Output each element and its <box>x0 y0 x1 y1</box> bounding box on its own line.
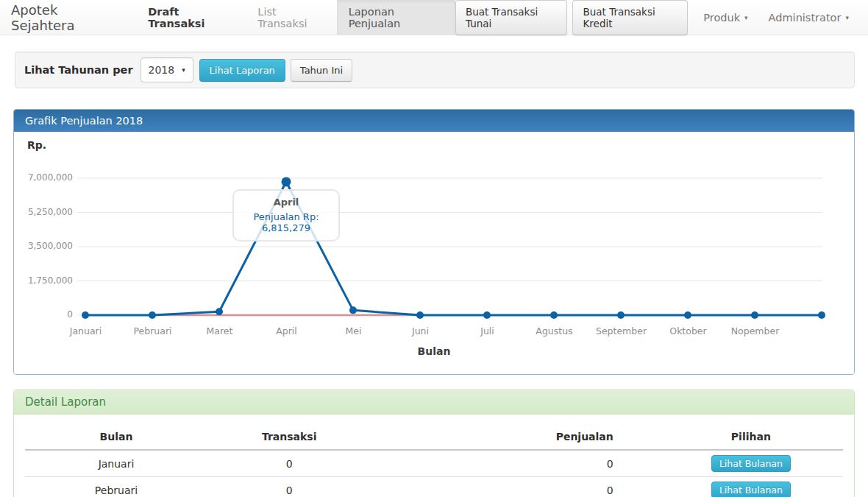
chevron-down-icon: ▾ <box>845 14 849 21</box>
chart-area: Rp. 7,000,000 5,250,000 3,500,000 1,750,… <box>14 132 854 374</box>
buat-transaksi-kredit-button[interactable]: Buat Transaksi Kredit <box>572 0 688 35</box>
monthly-report-table: Bulan Transaksi Penjualan Pilihan Januar… <box>25 424 843 497</box>
cell-transaksi: 0 <box>207 450 371 477</box>
column-header-transaksi: Transaksi <box>207 424 371 450</box>
nav-item-laporan-penjualan[interactable]: Laponan Penjualan <box>337 0 455 35</box>
column-header-bulan: Bulan <box>25 424 207 450</box>
lihat-bulanan-button[interactable]: Lihat Bulanan <box>711 482 791 497</box>
table-row: Pebruari 0 0 Lihat Bulanan <box>25 477 843 497</box>
lihat-bulanan-button[interactable]: Lihat Bulanan <box>711 455 791 472</box>
x-tick: Agustus <box>521 325 588 336</box>
y-tick: 5,250,000 <box>14 207 73 217</box>
administrator-dropdown-label: Administrator <box>769 12 842 24</box>
table-header-row: Bulan Transaksi Penjualan Pilihan <box>25 424 843 450</box>
cell-bulan: Januari <box>25 450 207 477</box>
table-row: Januari 0 0 Lihat Bulanan <box>25 450 843 477</box>
y-axis-label: Rp. <box>27 139 46 151</box>
chart-tooltip: April Penjualan Rp: 6,815,279 <box>232 189 340 242</box>
select-caret-icon: ▾ <box>182 66 185 74</box>
year-select[interactable]: 2018 ▾ <box>140 57 193 82</box>
column-header-pilihan: Pilihan <box>659 424 843 450</box>
tahun-ini-button[interactable]: Tahun Ini <box>291 59 352 82</box>
x-tick: September <box>588 325 655 336</box>
navbar-right: Buat Transaksi Tunai Buat Transaksi Kred… <box>455 0 868 35</box>
y-tick: 1,750,000 <box>14 275 73 286</box>
detail-panel-body: Bulan Transaksi Penjualan Pilihan Januar… <box>14 415 854 497</box>
year-filter-bar: Lihat Tahunan per 2018 ▾ Lihat Laporan T… <box>15 52 855 88</box>
nav-item-list-transaksi[interactable]: List Transaksi <box>246 0 336 35</box>
chevron-down-icon: ▾ <box>744 14 748 21</box>
tooltip-value: Penjualan Rp: 6,815,279 <box>237 211 335 233</box>
nav-tabs: Draft Transaksi List Transaksi Laponan P… <box>136 0 455 35</box>
x-tick: Oktober <box>655 325 722 336</box>
cell-transaksi: 0 <box>207 477 371 497</box>
x-tick: Juni <box>387 325 454 336</box>
x-tick: Maret <box>186 325 253 336</box>
filter-label: Lihat Tahunan per <box>24 64 133 76</box>
x-tick: Juli <box>454 325 521 336</box>
chart-panel-title: Grafik Penjualan 2018 <box>14 110 854 132</box>
administrator-dropdown[interactable]: Administrator ▾ <box>758 12 859 24</box>
column-header-penjualan: Penjualan <box>371 424 658 450</box>
cell-penjualan: 0 <box>371 450 658 477</box>
x-tick: April <box>253 325 320 336</box>
nav-item-draft-transaksi[interactable]: Draft Transaksi <box>136 0 246 35</box>
x-tick: Pebruari <box>119 325 186 336</box>
x-tick: Januari <box>52 325 119 336</box>
sales-chart-panel: Grafik Penjualan 2018 Rp. 7,000,000 5,25… <box>13 109 855 375</box>
cell-penjualan: 0 <box>371 477 658 497</box>
y-tick: 3,500,000 <box>14 241 73 251</box>
year-select-value: 2018 <box>149 64 175 76</box>
tooltip-month: April <box>237 197 335 208</box>
y-tick: 7,000,000 <box>14 172 73 183</box>
y-tick: 0 <box>14 309 73 320</box>
x-tick: Nopember <box>722 325 789 336</box>
x-tick: Mei <box>320 325 387 336</box>
x-axis-ticks: Januari Pebruari Maret April Mei Juni Ju… <box>52 325 789 336</box>
produk-dropdown[interactable]: Produk ▾ <box>693 12 758 24</box>
cell-bulan: Pebruari <box>25 477 207 497</box>
navbar: Apotek Sejahtera Draft Transaksi List Tr… <box>0 0 868 35</box>
detail-panel-title: Detail Laporan <box>14 390 854 415</box>
app-brand[interactable]: Apotek Sejahtera <box>0 0 136 35</box>
produk-dropdown-label: Produk <box>703 12 740 24</box>
detail-report-panel: Detail Laporan Bulan Transaksi Penjualan… <box>13 390 855 497</box>
x-axis-label: Bulan <box>14 345 854 357</box>
buat-transaksi-tunai-button[interactable]: Buat Transaksi Tunai <box>455 0 568 35</box>
lihat-laporan-button[interactable]: Lihat Laporan <box>199 59 285 82</box>
